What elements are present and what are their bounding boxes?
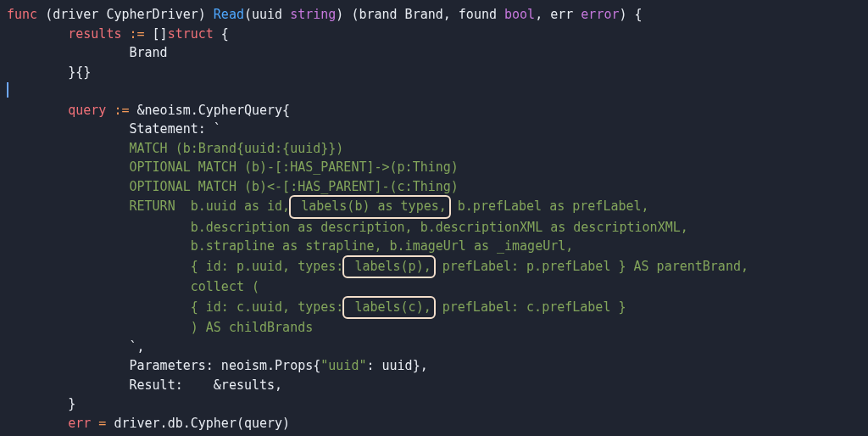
- receiver: (driver CypherDriver): [45, 7, 206, 22]
- highlight-box-labels-c: labels(c),: [342, 296, 435, 320]
- keyword-func: func: [7, 7, 37, 22]
- highlight-box-labels-b: labels(b) as types,: [289, 195, 451, 219]
- function-name: Read: [214, 7, 244, 22]
- code-editor[interactable]: func (driver CypherDriver) Read(uuid str…: [0, 0, 868, 436]
- current-line-highlight: [0, 81, 868, 101]
- highlight-box-labels-p: labels(p),: [342, 255, 435, 279]
- text-cursor: [7, 82, 8, 98]
